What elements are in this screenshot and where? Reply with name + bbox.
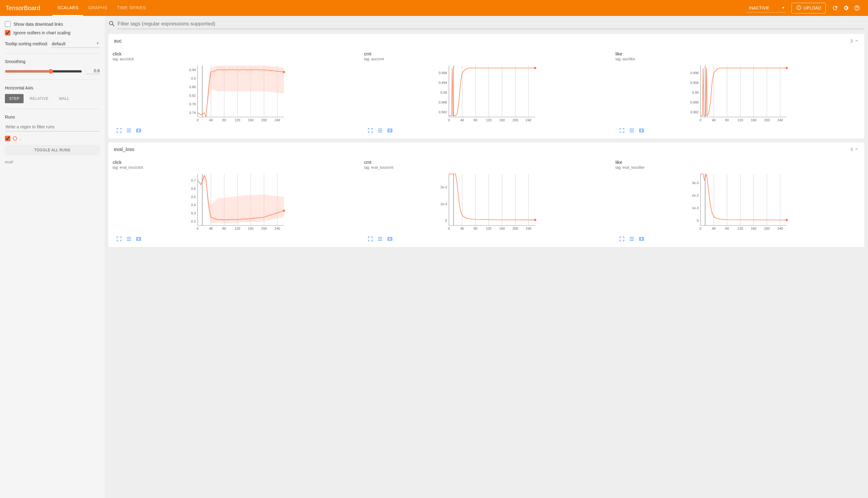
chart-tools	[113, 125, 357, 136]
svg-text:0: 0	[445, 219, 447, 222]
svg-text:0.986: 0.986	[690, 101, 699, 104]
section-title: eval_loss	[114, 147, 134, 152]
section-title: auc	[114, 38, 122, 44]
svg-text:0.3: 0.3	[191, 211, 195, 215]
section-header[interactable]: eval_loss 3	[108, 142, 864, 157]
svg-text:120: 120	[486, 227, 491, 230]
run-row[interactable]: .	[5, 136, 100, 141]
svg-text:200: 200	[261, 227, 267, 230]
inactive-label: INACTIVE	[749, 5, 769, 10]
svg-rect-216	[639, 237, 643, 240]
svg-text:40: 40	[209, 118, 213, 122]
svg-text:0.982: 0.982	[690, 110, 699, 114]
chart-plot[interactable]: 0.9820.9860.990.9940.9980408012016020024…	[364, 63, 609, 125]
show-download-checkbox[interactable]: Show data download links	[5, 22, 100, 27]
log-scale-icon[interactable]	[377, 127, 383, 134]
fit-domain-icon[interactable]	[638, 236, 645, 242]
chart-title: click	[113, 160, 357, 165]
tooltip-sort-select[interactable]: default	[51, 40, 100, 48]
svg-text:0: 0	[197, 118, 199, 122]
section-count: 3	[850, 147, 853, 152]
log-scale-icon[interactable]	[125, 127, 132, 134]
svg-text:120: 120	[486, 118, 491, 122]
axis-option-relative[interactable]: RELATIVE	[25, 94, 53, 103]
chart-card: cmt tag: auc/cmt 0.9820.9860.990.9940.99…	[362, 49, 610, 136]
svg-text:160: 160	[751, 118, 756, 122]
ignore-outliers-checkbox[interactable]: Ignore outliers in chart scaling	[5, 30, 100, 36]
chart-card: click tag: auc/click 0.740.780.820.860.9…	[111, 49, 359, 136]
svg-text:1e-3: 1e-3	[692, 206, 699, 210]
axis-option-step[interactable]: STEP	[5, 94, 24, 103]
tag-filter-bar	[105, 16, 868, 30]
log-scale-icon[interactable]	[628, 127, 635, 134]
svg-point-183	[389, 238, 389, 239]
fit-domain-icon[interactable]	[135, 127, 142, 134]
log-scale-icon[interactable]	[125, 236, 132, 242]
fullscreen-icon[interactable]	[367, 236, 374, 242]
fit-domain-icon[interactable]	[638, 127, 645, 134]
svg-text:120: 120	[235, 118, 240, 122]
section-auc: auc 3 click tag: auc/click 0.740.780.820…	[108, 34, 864, 139]
chart-card: like tag: auc/like 0.9820.9860.990.9940.…	[614, 49, 862, 136]
toggle-all-runs-button[interactable]: TOGGLE ALL RUNS	[5, 145, 100, 155]
run-color-swatch	[13, 136, 17, 141]
svg-text:0.998: 0.998	[690, 71, 699, 75]
log-scale-icon[interactable]	[628, 236, 635, 242]
svg-line-6	[113, 25, 114, 26]
header-tab-time-series[interactable]: TIME SERIES	[112, 0, 151, 16]
svg-point-79	[389, 131, 389, 131]
help-button[interactable]	[852, 2, 863, 13]
tag-filter-input[interactable]	[117, 19, 864, 29]
svg-text:0.986: 0.986	[438, 101, 447, 104]
chart-plot[interactable]: 01e-32e-33e-304080120160200240	[615, 171, 860, 234]
svg-text:0.99: 0.99	[692, 91, 699, 94]
chart-tag: tag: auc/like	[615, 57, 860, 61]
fullscreen-icon[interactable]	[367, 127, 374, 134]
svg-point-116	[642, 131, 642, 131]
chart-tag: tag: eval_loss/cmt	[364, 166, 609, 170]
fullscreen-icon[interactable]	[619, 127, 625, 134]
svg-text:240: 240	[526, 227, 531, 230]
runs-filter-input[interactable]	[5, 122, 100, 131]
svg-text:0.994: 0.994	[438, 81, 447, 84]
sidebar: Show data download links Ignore outliers…	[0, 16, 105, 498]
chart-plot[interactable]: 0.9820.9860.990.9940.9980408012016020024…	[615, 63, 860, 125]
svg-text:160: 160	[248, 118, 254, 122]
eval-path-label: eval/	[5, 160, 100, 164]
section-header[interactable]: auc 3	[108, 34, 864, 48]
chart-plot[interactable]: 01e-32e-304080120160200240	[364, 171, 609, 234]
fit-domain-icon[interactable]	[135, 236, 142, 242]
search-icon	[108, 20, 117, 28]
chart-plot[interactable]: 0.20.30.40.50.60.704080120160200240	[113, 171, 357, 234]
fullscreen-icon[interactable]	[116, 127, 122, 134]
svg-point-115	[640, 131, 641, 131]
header-tab-graphs[interactable]: GRAPHS	[83, 0, 112, 16]
svg-text:240: 240	[526, 118, 531, 122]
svg-point-43	[137, 131, 138, 131]
refresh-button[interactable]	[829, 2, 840, 13]
svg-point-36	[283, 71, 285, 73]
fullscreen-icon[interactable]	[619, 236, 625, 242]
inactive-dropdown[interactable]: INACTIVE	[746, 4, 786, 13]
header-tab-scalars[interactable]: SCALARS	[52, 0, 83, 16]
svg-text:0: 0	[700, 227, 701, 230]
axis-option-wall[interactable]: WALL	[54, 94, 73, 103]
svg-rect-2	[799, 6, 799, 7]
smoothing-slider[interactable]	[5, 69, 82, 74]
fullscreen-icon[interactable]	[116, 236, 122, 242]
upload-button[interactable]: UPLOAD	[791, 3, 826, 13]
fit-domain-icon[interactable]	[386, 127, 393, 134]
fit-domain-icon[interactable]	[386, 236, 393, 242]
svg-text:80: 80	[725, 118, 729, 122]
log-scale-icon[interactable]	[377, 236, 383, 242]
tooltip-sort-value: default	[51, 40, 100, 48]
svg-point-154	[139, 239, 140, 239]
section-eval_loss: eval_loss 3 click tag: eval_loss/click 0…	[108, 142, 864, 247]
svg-point-77	[389, 130, 389, 130]
svg-text:0.94: 0.94	[189, 68, 195, 72]
svg-rect-1	[799, 7, 799, 9]
svg-point-146	[283, 210, 285, 212]
settings-button[interactable]	[840, 2, 852, 13]
svg-text:160: 160	[751, 227, 756, 230]
chart-plot[interactable]: 0.740.780.820.860.90.9404080120160200240	[113, 63, 357, 125]
